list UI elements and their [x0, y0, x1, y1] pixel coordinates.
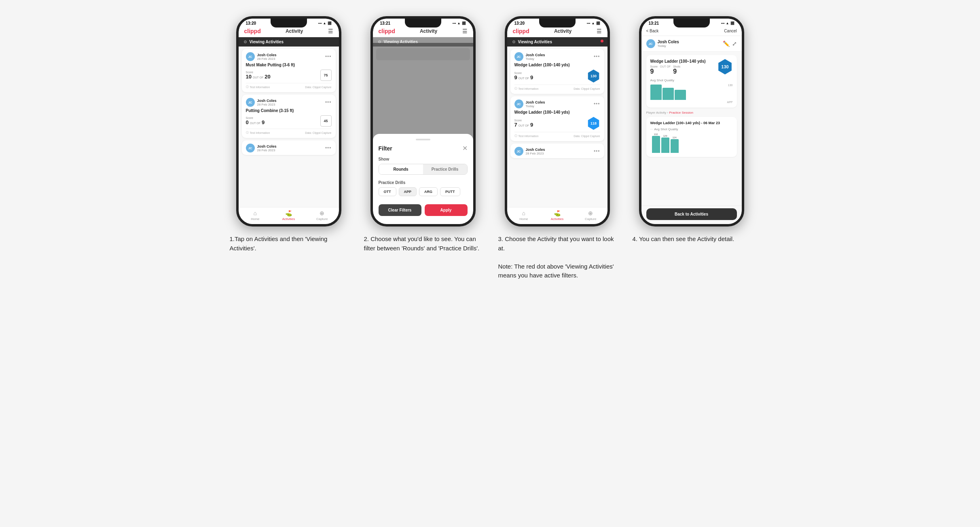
- player-activity-row-4: Player Activity › Practice Session: [646, 111, 737, 114]
- status-time-2: 13:21: [380, 21, 391, 25]
- activity-card-3-3[interactable]: JC Josh Coles 28 Feb 2023 •••: [510, 144, 604, 158]
- user-details-1-3: Josh Coles 28 Feb 2023: [257, 144, 277, 152]
- status-icons-4: ▪▪▪ ▲ ⬛: [721, 21, 734, 25]
- show-label-2: Show: [379, 157, 468, 161]
- expand-icon-4[interactable]: ⤢: [732, 40, 737, 47]
- score-val-1-2: 0: [246, 119, 249, 125]
- chart-x-label-4: APP: [650, 101, 733, 104]
- drill-ott-2[interactable]: OTT: [379, 187, 396, 196]
- drill-arg-2[interactable]: ARG: [419, 187, 438, 196]
- caption-4: 4. You can then see the Activity detail.: [631, 235, 752, 244]
- app-logo-2: clippd: [379, 28, 395, 34]
- app-logo-1: clippd: [244, 28, 261, 34]
- outof-text-3-2: OUT OF: [519, 124, 529, 127]
- score-label-1-1: Score: [246, 71, 271, 74]
- activity-card-3-2[interactable]: JC Josh Coles Today ••• Wedge Ladder (10…: [510, 96, 604, 141]
- outof-mid-4: OUT OF: [660, 65, 671, 68]
- caption-3: 3. Choose the Activity that you want to …: [497, 235, 618, 280]
- step-2-col: 13:21 ▪▪▪ ▲ ⬛ clippd Activity ☰ ⚙ View: [362, 16, 484, 280]
- card-dots-3-1[interactable]: •••: [594, 54, 600, 59]
- nav-home-3[interactable]: ⌂ Home: [507, 207, 541, 224]
- user-date-1-1: 28 Feb 2023: [257, 57, 277, 61]
- phone-2: 13:21 ▪▪▪ ▲ ⬛ clippd Activity ☰ ⚙ View: [370, 16, 476, 226]
- footer-data-1-2: Data: Clippd Capture: [305, 131, 331, 135]
- nav-capture-3[interactable]: ⊕ Capture: [574, 207, 607, 224]
- user-name-3-1: Josh Coles: [526, 53, 545, 57]
- nav-capture-label-3: Capture: [585, 217, 596, 221]
- phone-notch-3: [539, 19, 576, 28]
- drill-app-2[interactable]: APP: [399, 187, 417, 196]
- filter-tabs-2: Rounds Practice Drills: [379, 164, 468, 175]
- footer-data-3-2: Data: Clippd Capture: [574, 134, 600, 138]
- card-dots-1-1[interactable]: •••: [325, 54, 332, 59]
- banner-text-3: Viewing Activities: [518, 40, 552, 44]
- tab-practice-2[interactable]: Practice Drills: [423, 164, 467, 174]
- activity-list-3: JC Josh Coles Today ••• Wedge Ladder (10…: [507, 47, 607, 207]
- viewing-banner-1[interactable]: ⚙ Viewing Activities: [239, 37, 339, 47]
- card-dots-1-3[interactable]: •••: [325, 145, 332, 151]
- detail-user-row-4: JC Josh Coles Today ✏️ ⤢: [641, 36, 742, 52]
- user-date-1-3: 28 Feb 2023: [257, 148, 277, 152]
- card-dots-1-2[interactable]: •••: [325, 99, 332, 105]
- caption-1: 1.Tap on Activities and then 'Viewing Ac…: [228, 235, 349, 253]
- footer-info-1-2: ⓘ Test Information: [246, 131, 270, 135]
- score-val-1-1: 10: [246, 74, 252, 80]
- activity-card-3-1[interactable]: JC Josh Coles Today ••• Wedge Ladder (10…: [510, 49, 604, 94]
- nav-activities-label-1: Activities: [282, 217, 295, 221]
- card-footer-3-1: ⓘ Test Information Data: Clippd Capture: [514, 85, 600, 91]
- clear-filters-btn-2[interactable]: Clear Filters: [379, 204, 421, 216]
- user-name-1-3: Josh Coles: [257, 144, 277, 148]
- card-user-info-1-1: JC Josh Coles 28 Feb 2023: [246, 52, 277, 61]
- card-stats-3-2: Score 7 OUT OF 9 118: [514, 117, 600, 130]
- page-container: 13:20 ▪▪▪ ▲ ⬛ clippd Activity ☰ ⚙ View: [207, 16, 773, 280]
- back-link-4[interactable]: < Back: [646, 29, 659, 33]
- user-name-1-1: Josh Coles: [257, 53, 277, 57]
- tab-rounds-2[interactable]: Rounds: [379, 164, 423, 174]
- card-header-3-3: JC Josh Coles 28 Feb 2023 •••: [514, 147, 600, 156]
- status-icons-2: ▪▪▪ ▲ ⬛: [453, 21, 466, 25]
- modal-handle-2: [416, 139, 430, 140]
- phone-screen-4: 13:21 ▪▪▪ ▲ ⬛ < Back Cancel JC: [641, 19, 742, 224]
- sub-avg-text-4: Avg Shot Quality: [654, 127, 678, 131]
- score-label-3-1: Score: [514, 72, 533, 74]
- card-user-info-3-3: JC Josh Coles 28 Feb 2023: [514, 147, 545, 156]
- outof-text-1-1: OUT OF: [253, 76, 263, 79]
- score-val-3-2: 7: [514, 122, 517, 128]
- nav-activities-3[interactable]: ⛳ Activities: [540, 207, 574, 224]
- red-dot-3: [601, 40, 603, 42]
- cancel-link-4[interactable]: Cancel: [724, 29, 737, 33]
- score-col-val-4: 9: [650, 68, 658, 75]
- card-dots-3-3[interactable]: •••: [594, 148, 600, 154]
- score-block-1-1: Score 10 OUT OF 20: [246, 71, 271, 80]
- viewing-banner-3[interactable]: ⚙ Viewing Activities: [507, 37, 607, 47]
- banner-text-1: Viewing Activities: [250, 40, 284, 44]
- edit-icon-4[interactable]: ✏️: [723, 40, 730, 47]
- nav-activities-1[interactable]: ⛳ Activities: [272, 207, 305, 224]
- card-user-info-3-1: JC Josh Coles Today: [514, 52, 545, 61]
- phone-4: 13:21 ▪▪▪ ▲ ⬛ < Back Cancel JC: [639, 16, 744, 226]
- out-of-1-2: 0 OUT OF 9: [246, 119, 265, 125]
- card-header-3-2: JC Josh Coles Today •••: [514, 99, 600, 108]
- activity-card-1-3[interactable]: JC Josh Coles 28 Feb 2023 •••: [242, 140, 336, 155]
- shots-val-3-1: 9: [530, 74, 533, 80]
- drill-putt-2[interactable]: PUTT: [440, 187, 460, 196]
- nav-capture-1[interactable]: ⊕ Capture: [305, 207, 339, 224]
- modal-close-2[interactable]: ✕: [462, 144, 468, 152]
- phone-1: 13:20 ▪▪▪ ▲ ⬛ clippd Activity ☰ ⚙ View: [236, 16, 341, 226]
- activity-card-1-2[interactable]: JC Josh Coles 28 Feb 2023 ••• Putting Co…: [242, 95, 336, 138]
- activity-card-1-1[interactable]: JC Josh Coles 28 Feb 2023 ••• Must Make …: [242, 49, 336, 92]
- apply-btn-2[interactable]: Apply: [425, 204, 468, 216]
- hamburger-icon-1[interactable]: ☰: [328, 28, 333, 34]
- detail-user-info-4: JC Josh Coles Today: [646, 39, 679, 48]
- avatar-4: JC: [646, 39, 655, 48]
- score-row-4: Score 9 OUT OF Shots 9: [650, 65, 706, 75]
- nav-home-1[interactable]: ⌂ Home: [239, 207, 272, 224]
- hamburger-icon-3[interactable]: ☰: [597, 28, 602, 34]
- capture-icon-3: ⊕: [588, 210, 593, 216]
- nav-home-label-1: Home: [251, 217, 259, 221]
- card-dots-3-2[interactable]: •••: [594, 101, 600, 107]
- shots-col-4: Shots 9: [673, 65, 680, 75]
- sub-bar-col-2: 129: [661, 135, 669, 153]
- hamburger-icon-2[interactable]: ☰: [462, 28, 468, 34]
- back-to-activities-btn-4[interactable]: Back to Activities: [646, 208, 737, 220]
